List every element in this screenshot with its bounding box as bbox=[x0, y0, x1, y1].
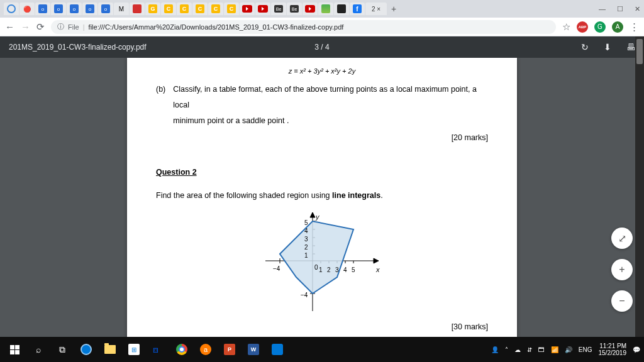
volume-icon[interactable]: 🔊 bbox=[565, 346, 572, 353]
app-word[interactable]: W bbox=[243, 339, 264, 360]
extension-avatar[interactable]: A bbox=[612, 21, 623, 33]
window-close[interactable]: ✕ bbox=[635, 5, 640, 13]
tab-item[interactable]: f bbox=[350, 3, 365, 15]
tab-item[interactable]: C bbox=[161, 3, 176, 15]
app-powerpoint[interactable]: P bbox=[219, 339, 240, 360]
tab-item[interactable]: C bbox=[208, 3, 223, 15]
pdf-filename: 201MS_2019_01-CW3-finalized-copy.pdf bbox=[9, 43, 147, 52]
tab-item[interactable] bbox=[240, 3, 255, 15]
clock[interactable]: 11:21 PM15/2/2019 bbox=[599, 343, 627, 357]
pdf-page: z = x² + 3y² + x²y + 2y (b) Classify, in… bbox=[127, 58, 517, 337]
print-button[interactable]: 🖶 bbox=[626, 42, 635, 52]
tab-item[interactable]: G bbox=[145, 3, 160, 15]
cloud-icon[interactable]: ☁ bbox=[514, 346, 521, 353]
url-field[interactable]: ⓘ File | file:///C:/Users/Ammar%20Zia/Do… bbox=[51, 20, 556, 34]
fit-page-button[interactable]: ⤢ bbox=[611, 228, 633, 249]
bookmark-star[interactable]: ☆ bbox=[562, 21, 570, 33]
pdf-toolbar: 201MS_2019_01-CW3-finalized-copy.pdf 3 /… bbox=[0, 36, 644, 58]
scheme-label: File bbox=[68, 23, 79, 31]
question-text: minimum point or a saddle point . bbox=[173, 113, 488, 129]
svg-marker-3 bbox=[310, 212, 315, 217]
app-code[interactable] bbox=[267, 339, 288, 360]
url-text: file:///C:/Users/Ammar%20Zia/Downloads/2… bbox=[89, 23, 344, 31]
tray-expand[interactable]: ˄ bbox=[505, 346, 508, 353]
tab-item[interactable]: o bbox=[35, 3, 50, 15]
question-heading: Question 2 bbox=[156, 165, 488, 180]
tab-item[interactable] bbox=[318, 3, 333, 15]
app-chrome[interactable] bbox=[171, 339, 192, 360]
app-avast[interactable]: a bbox=[195, 339, 216, 360]
back-button[interactable]: ← bbox=[5, 21, 14, 32]
question-text: Classify, in a table format, each of the… bbox=[173, 82, 488, 113]
tab-item[interactable]: Be bbox=[287, 3, 302, 15]
window-minimize[interactable]: — bbox=[599, 5, 606, 13]
search-button[interactable]: ⌕ bbox=[28, 339, 49, 360]
reload-button[interactable]: ⟳ bbox=[36, 21, 45, 33]
tab-item[interactable]: 🔴 bbox=[19, 3, 35, 15]
start-button[interactable] bbox=[4, 339, 25, 360]
taskbar: ⌕ ⧉ ⊞ ⧈ a P W 👤 ˄ ☁ ⇵ 🗔 📶 🔊 ENG 11:21 PM… bbox=[0, 337, 644, 362]
app-dropbox[interactable]: ⧈ bbox=[147, 339, 169, 360]
info-icon[interactable]: ⓘ bbox=[57, 22, 64, 31]
pdf-page-indicator[interactable]: 3 / 4 bbox=[314, 43, 329, 52]
figure-region: y x 5 4 3 2 1 0 1 2 3 4 5 −4 −4 bbox=[259, 207, 385, 314]
extension-abp[interactable]: ABP bbox=[577, 21, 588, 33]
rotate-button[interactable]: ↻ bbox=[581, 42, 589, 52]
forward-button[interactable]: → bbox=[21, 21, 30, 32]
tab-item[interactable]: C bbox=[192, 3, 208, 15]
notifications-icon[interactable]: 💬 bbox=[633, 346, 640, 353]
menu-button[interactable]: ⋮ bbox=[630, 21, 639, 33]
task-view-button[interactable]: ⧉ bbox=[52, 339, 73, 360]
tab-item[interactable] bbox=[303, 3, 318, 15]
new-tab-button[interactable]: + bbox=[387, 4, 400, 14]
window-maximize[interactable]: ☐ bbox=[617, 5, 623, 13]
tab-item[interactable] bbox=[130, 3, 145, 15]
tab-item[interactable] bbox=[334, 3, 349, 15]
app-store[interactable]: ⊞ bbox=[123, 339, 145, 360]
wifi-icon[interactable]: 📶 bbox=[551, 346, 558, 353]
zoom-out-button[interactable]: − bbox=[611, 290, 633, 312]
download-button[interactable]: ⬇ bbox=[604, 42, 611, 52]
address-bar: ← → ⟳ ⓘ File | file:///C:/Users/Ammar%20… bbox=[0, 18, 644, 36]
part-label: (b) bbox=[156, 82, 165, 146]
svg-marker-16 bbox=[280, 221, 353, 293]
battery-icon[interactable]: 🗔 bbox=[538, 346, 545, 353]
tab-item[interactable]: C bbox=[177, 3, 192, 15]
tab-item[interactable]: o bbox=[82, 3, 97, 15]
network-icon[interactable]: ⇵ bbox=[527, 346, 532, 353]
tab-item[interactable]: M bbox=[114, 3, 129, 15]
tab-item[interactable]: Be bbox=[271, 3, 286, 15]
system-tray: 👤 ˄ ☁ ⇵ 🗔 📶 🔊 ENG 11:21 PM15/2/2019 💬 bbox=[491, 343, 640, 357]
tab-item[interactable] bbox=[255, 3, 270, 15]
marks-label: [30 marks] bbox=[156, 319, 488, 335]
question-text: Find the area of the following shaded re… bbox=[156, 188, 488, 204]
tab-item[interactable]: o bbox=[67, 3, 82, 15]
app-explorer[interactable] bbox=[99, 339, 121, 360]
people-icon[interactable]: 👤 bbox=[491, 346, 499, 353]
zoom-in-button[interactable]: + bbox=[611, 259, 633, 280]
tab-item[interactable]: o bbox=[51, 3, 66, 15]
equation-text: z = x² + 3y² + x²y + 2y bbox=[156, 64, 488, 78]
tab-item[interactable]: o bbox=[98, 3, 113, 15]
scrollbar[interactable] bbox=[635, 36, 644, 337]
extension-green[interactable]: G bbox=[594, 21, 606, 33]
tab-item[interactable]: C bbox=[224, 3, 239, 15]
tab-active[interactable]: 2 × bbox=[365, 3, 387, 15]
marks-label: [20 marks] bbox=[173, 130, 488, 146]
language-indicator[interactable]: ENG bbox=[579, 346, 592, 353]
browser-tabstrip: 🔴 o o o o o M G C C C C C Be Be f 2 × + … bbox=[0, 0, 644, 18]
pdf-viewport[interactable]: z = x² + 3y² + x²y + 2y (b) Classify, in… bbox=[0, 58, 644, 337]
app-edge[interactable] bbox=[75, 339, 97, 360]
tab-item[interactable] bbox=[4, 3, 19, 15]
